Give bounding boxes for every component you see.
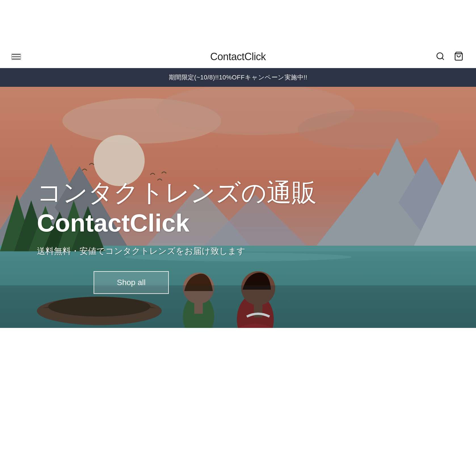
announcement-bar: 期間限定(~10/8)!!10%OFFキャンペーン実施中!!	[0, 68, 476, 87]
header-right	[435, 50, 465, 63]
hero-section: コンタクトレンズの通販 ContactClick 送料無料・安値でコンタクトレン…	[0, 87, 476, 328]
hamburger-line-1	[12, 54, 20, 55]
site-title: ContactClick	[210, 51, 266, 63]
bottom-spacer	[0, 328, 476, 476]
svg-point-6	[298, 109, 440, 149]
hero-content: コンタクトレンズの通販 ContactClick 送料無料・安値でコンタクトレン…	[37, 179, 476, 294]
announcement-text: 期間限定(~10/8)!!10%OFFキャンペーン実施中!!	[169, 74, 307, 81]
cart-button[interactable]	[453, 50, 465, 63]
cart-icon	[454, 51, 464, 61]
hamburger-line-2	[12, 56, 20, 57]
menu-button[interactable]	[11, 54, 21, 60]
top-spacer	[0, 0, 476, 45]
header-left	[11, 54, 21, 60]
header: ContactClick	[0, 45, 476, 68]
shop-all-button[interactable]: Shop all	[94, 271, 169, 294]
search-button[interactable]	[435, 50, 446, 63]
hero-title-japanese: コンタクトレンズの通販	[37, 179, 476, 207]
svg-line-1	[442, 58, 444, 60]
hero-subtitle: 送料無料・安値でコンタクトレンズをお届け致します	[37, 245, 476, 257]
search-icon	[436, 52, 445, 61]
hero-title-english: ContactClick	[37, 209, 476, 237]
hamburger-line-3	[12, 59, 20, 59]
